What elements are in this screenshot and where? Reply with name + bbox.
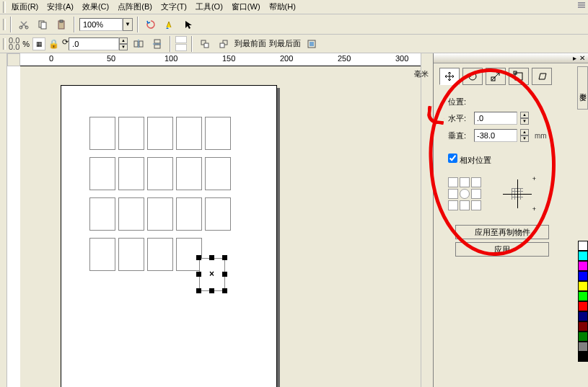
vertical-spinner[interactable]: ▲▼ xyxy=(520,129,529,142)
canvas-rect[interactable] xyxy=(176,238,202,271)
to-front-label[interactable]: 到最前面 xyxy=(234,38,266,49)
menu-grip[interactable] xyxy=(3,1,6,13)
palette-swatch[interactable] xyxy=(578,321,588,332)
vertical-scrollbar[interactable] xyxy=(421,53,433,387)
apply-button[interactable]: 应用 xyxy=(455,242,549,257)
canvas-rect[interactable] xyxy=(118,117,144,150)
rotation-input[interactable] xyxy=(69,37,119,50)
selection-handle[interactable] xyxy=(222,272,227,277)
svg-rect-9 xyxy=(154,40,160,43)
canvas-rect[interactable] xyxy=(147,117,173,150)
pointer-button[interactable] xyxy=(180,17,196,32)
tab-rotate[interactable] xyxy=(462,68,483,85)
palette-swatch[interactable] xyxy=(578,251,588,261)
line-style-bottom-icon[interactable] xyxy=(175,44,187,51)
selection-handle[interactable] xyxy=(196,255,201,260)
relative-checkbox-input[interactable] xyxy=(448,154,457,163)
zoom-combo[interactable]: ▼ xyxy=(79,18,133,31)
ruler-origin[interactable] xyxy=(7,53,20,66)
zoom-dropdown-icon[interactable]: ▼ xyxy=(123,18,133,31)
palette-swatch[interactable] xyxy=(578,291,588,301)
canvas-rect[interactable] xyxy=(205,197,231,231)
horizontal-spinner[interactable]: ▲▼ xyxy=(520,112,529,125)
to-back-label[interactable]: 到最后面 xyxy=(269,38,301,49)
canvas-rect[interactable] xyxy=(205,117,231,150)
wrap-button[interactable] xyxy=(304,36,320,52)
align-button-1[interactable] xyxy=(197,36,213,52)
selection-handle[interactable] xyxy=(222,255,227,260)
zoom-input[interactable] xyxy=(79,18,123,31)
highlight-button[interactable] xyxy=(162,17,177,32)
canvas-rect[interactable] xyxy=(205,157,231,190)
line-style-top-icon[interactable] xyxy=(175,36,187,43)
selection-handle[interactable] xyxy=(222,288,227,293)
horizontal-input[interactable] xyxy=(474,112,517,125)
canvas-rect[interactable] xyxy=(118,157,144,190)
menu-effects[interactable]: 效果(C) xyxy=(79,0,112,14)
palette-swatch[interactable] xyxy=(578,352,588,362)
docker-menu-icon[interactable]: ▸ xyxy=(573,54,576,62)
canvas-rect[interactable] xyxy=(89,197,115,231)
canvas-rect[interactable] xyxy=(118,238,144,271)
selection-handle[interactable] xyxy=(196,288,201,293)
rotation-field[interactable]: ⟳ ▲▼ xyxy=(62,37,128,50)
canvas-rect[interactable] xyxy=(89,238,115,271)
apply-to-duplicate-button[interactable]: 应用至再制物件 xyxy=(455,225,549,239)
horizontal-ruler[interactable]: 0 50 100 150 200 250 300 xyxy=(7,53,433,66)
rotation-spinner[interactable]: ▲▼ xyxy=(119,37,128,50)
mirror-h-button[interactable] xyxy=(131,36,146,52)
drawing-canvas[interactable]: × xyxy=(20,66,433,387)
refresh-button[interactable] xyxy=(143,17,159,32)
anchor-grid[interactable] xyxy=(448,177,481,210)
canvas-rect[interactable] xyxy=(176,157,202,190)
toolbar1-grip[interactable] xyxy=(3,19,6,30)
proportional-icon[interactable]: ▦ xyxy=(32,37,45,50)
selection-center-icon[interactable]: × xyxy=(209,269,214,279)
tab-size[interactable] xyxy=(509,68,529,85)
menu-window[interactable]: 窗口(W) xyxy=(229,0,263,14)
canvas-rect[interactable] xyxy=(147,157,173,190)
canvas-rect[interactable] xyxy=(89,157,115,190)
menu-arrange[interactable]: 安排(A) xyxy=(44,0,76,14)
tab-skew[interactable] xyxy=(532,68,552,85)
canvas-rect[interactable] xyxy=(176,197,202,231)
selection-handle[interactable] xyxy=(209,255,214,260)
relative-position-checkbox[interactable]: 相对位置 xyxy=(448,156,491,164)
align-button-2[interactable] xyxy=(216,36,232,52)
menu-overflow-icon[interactable] xyxy=(578,1,585,9)
toolbar2-grip[interactable] xyxy=(3,38,6,50)
palette-swatch[interactable] xyxy=(578,332,588,342)
menu-tools[interactable]: 工具(O) xyxy=(193,0,226,14)
color-palette[interactable] xyxy=(578,241,588,362)
palette-swatch[interactable] xyxy=(578,241,588,251)
palette-swatch[interactable] xyxy=(578,271,588,281)
palette-swatch[interactable] xyxy=(578,281,588,291)
docker-side-tab[interactable]: 变形 xyxy=(577,66,588,110)
selection-handle[interactable] xyxy=(209,288,214,293)
canvas-rect[interactable] xyxy=(176,117,202,150)
lock-icon[interactable]: 🔒 xyxy=(48,39,59,49)
menu-help[interactable]: 帮助(H) xyxy=(266,0,299,14)
vertical-input[interactable] xyxy=(474,129,517,142)
docker-body: 位置: 水平: ▲▼ 垂直: ▲▼ mm 相对位置 xyxy=(434,89,588,267)
tab-position[interactable] xyxy=(439,68,460,85)
docker-close-icon[interactable]: ✕ xyxy=(579,54,585,62)
paste-button[interactable] xyxy=(53,17,69,32)
palette-swatch[interactable] xyxy=(578,301,588,311)
selection-handle[interactable] xyxy=(196,272,201,277)
palette-swatch[interactable] xyxy=(578,342,588,352)
palette-swatch[interactable] xyxy=(578,261,588,271)
mirror-v-button[interactable] xyxy=(149,36,165,52)
tab-scale[interactable] xyxy=(486,68,506,85)
canvas-rect[interactable] xyxy=(147,238,173,271)
cut-button[interactable] xyxy=(16,17,32,32)
canvas-rect[interactable] xyxy=(89,117,115,150)
canvas-rect[interactable] xyxy=(118,197,144,231)
canvas-rect[interactable] xyxy=(147,197,173,231)
menu-layout[interactable]: 版面(R) xyxy=(9,0,41,14)
palette-swatch[interactable] xyxy=(578,311,588,321)
origin-widget[interactable]: + + xyxy=(503,179,532,208)
menu-text[interactable]: 文字(T) xyxy=(158,0,190,14)
menu-bitmap[interactable]: 点阵图(B) xyxy=(115,0,155,14)
copy-button[interactable] xyxy=(35,17,51,32)
